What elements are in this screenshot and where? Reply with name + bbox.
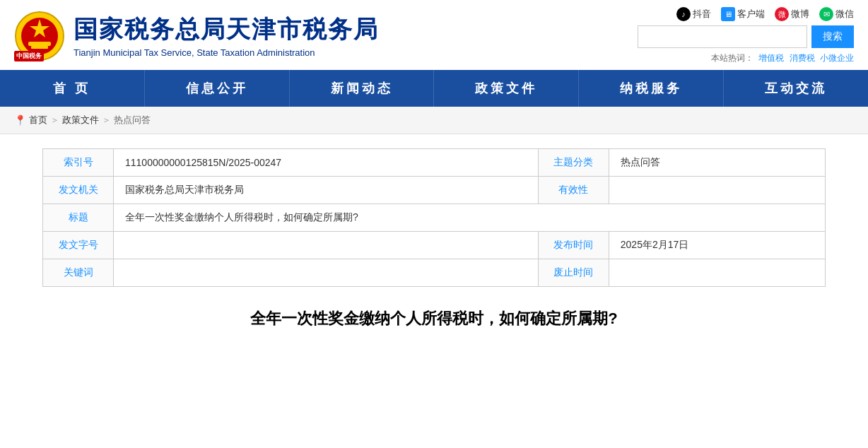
social-weibo-label: 微博: [791, 8, 809, 20]
weibo-icon: 微: [775, 7, 789, 21]
validity-value: [609, 177, 825, 204]
logo-area: 中国税务 国家税务总局天津市税务局 Tianjin Municipal Tax …: [14, 11, 379, 61]
breadcrumb-sep-2: ＞: [102, 114, 111, 126]
table-row-title: 标题 全年一次性奖金缴纳个人所得税时，如何确定所属期?: [43, 204, 826, 232]
index-value: 11100000000125815N/2025-00247: [114, 149, 539, 177]
location-icon: 📍: [14, 114, 26, 126]
breadcrumb-policy[interactable]: 政策文件: [62, 114, 99, 126]
site-title-en: Tianjin Municipal Tax Service, State Tax…: [74, 47, 379, 58]
breadcrumb-home[interactable]: 首页: [29, 114, 47, 126]
site-title-wrap: 国家税务总局天津市税务局 Tianjin Municipal Tax Servi…: [74, 13, 379, 58]
keyword-value: [114, 259, 539, 287]
hotword-link-0[interactable]: 增值税: [758, 53, 784, 63]
index-label: 索引号: [43, 149, 114, 177]
title-label: 标题: [43, 204, 114, 232]
hotword-link-1[interactable]: 消费税: [790, 53, 815, 63]
table-row-issuer: 发文机关 国家税务总局天津市税务局 有效性: [43, 177, 826, 204]
hotwords-label: 本站热词：: [711, 53, 753, 63]
social-douyin[interactable]: ♪ 抖音: [676, 7, 711, 21]
social-client[interactable]: 🖥 客户端: [721, 7, 765, 21]
table-row-index: 索引号 11100000000125815N/2025-00247 主题分类 热…: [43, 149, 826, 177]
search-input[interactable]: [638, 25, 807, 48]
breadcrumb-current: 热点问答: [114, 114, 151, 126]
douyin-icon: ♪: [676, 7, 691, 21]
social-client-label: 客户端: [737, 8, 765, 20]
doc-num-label: 发文字号: [43, 232, 114, 259]
breadcrumb: 📍 首页 ＞ 政策文件 ＞ 热点问答: [0, 107, 868, 134]
search-button[interactable]: 搜索: [811, 25, 854, 48]
hotwords-row: 本站热词： 增值税 消费税 小微企业: [711, 52, 854, 64]
search-row: 搜索: [638, 25, 854, 48]
logo-emblem: 中国税务: [14, 11, 65, 61]
issuer-label: 发文机关: [43, 177, 114, 204]
doc-num-value: [114, 232, 539, 259]
header-right-panel: ♪ 抖音 🖥 客户端 微 微博 ✉ 微信 搜索 本站热词：: [638, 7, 854, 64]
page-header: 中国税务 国家税务总局天津市税务局 Tianjin Municipal Tax …: [0, 0, 868, 70]
keyword-label: 关键词: [43, 259, 114, 287]
social-wechat-label: 微信: [835, 8, 854, 20]
nav-info[interactable]: 信息公开: [145, 70, 290, 107]
site-title-cn: 国家税务总局天津市税务局: [74, 13, 379, 46]
china-tax-label: 中国税务: [14, 51, 44, 61]
social-links: ♪ 抖音 🖥 客户端 微 微博 ✉ 微信: [676, 7, 854, 21]
social-douyin-label: 抖音: [693, 8, 711, 20]
social-wechat[interactable]: ✉ 微信: [819, 7, 854, 21]
breadcrumb-sep-1: ＞: [50, 114, 59, 126]
publish-value: 2025年2月17日: [609, 232, 825, 259]
nav-policy[interactable]: 政策文件: [434, 70, 579, 107]
nav-tax-service[interactable]: 纳税服务: [579, 70, 724, 107]
main-content: 索引号 11100000000125815N/2025-00247 主题分类 热…: [0, 134, 868, 350]
topic-label: 主题分类: [538, 149, 609, 177]
wechat-icon: ✉: [819, 7, 833, 21]
main-nav: 首 页 信息公开 新闻动态 政策文件 纳税服务 互动交流: [0, 70, 868, 107]
article-title: 全年一次性奖金缴纳个人所得税时，如何确定所属期?: [42, 308, 826, 329]
svg-rect-3: [28, 42, 51, 46]
nav-interaction[interactable]: 互动交流: [724, 70, 868, 107]
nav-news[interactable]: 新闻动态: [290, 70, 435, 107]
table-row-keyword: 关键词 废止时间: [43, 259, 826, 287]
expire-label: 废止时间: [538, 259, 609, 287]
document-info-table: 索引号 11100000000125815N/2025-00247 主题分类 热…: [42, 148, 826, 287]
validity-label: 有效性: [538, 177, 609, 204]
issuer-value: 国家税务总局天津市税务局: [114, 177, 539, 204]
hotword-link-2[interactable]: 小微企业: [820, 53, 854, 63]
publish-label: 发布时间: [538, 232, 609, 259]
topic-value: 热点问答: [609, 149, 825, 177]
client-icon: 🖥: [721, 7, 735, 21]
social-weibo[interactable]: 微 微博: [775, 7, 809, 21]
title-value: 全年一次性奖金缴纳个人所得税时，如何确定所属期?: [114, 204, 826, 232]
expire-value: [609, 259, 825, 287]
svg-rect-4: [31, 46, 48, 49]
table-row-docnum: 发文字号 发布时间 2025年2月17日: [43, 232, 826, 259]
nav-home[interactable]: 首 页: [0, 70, 145, 107]
